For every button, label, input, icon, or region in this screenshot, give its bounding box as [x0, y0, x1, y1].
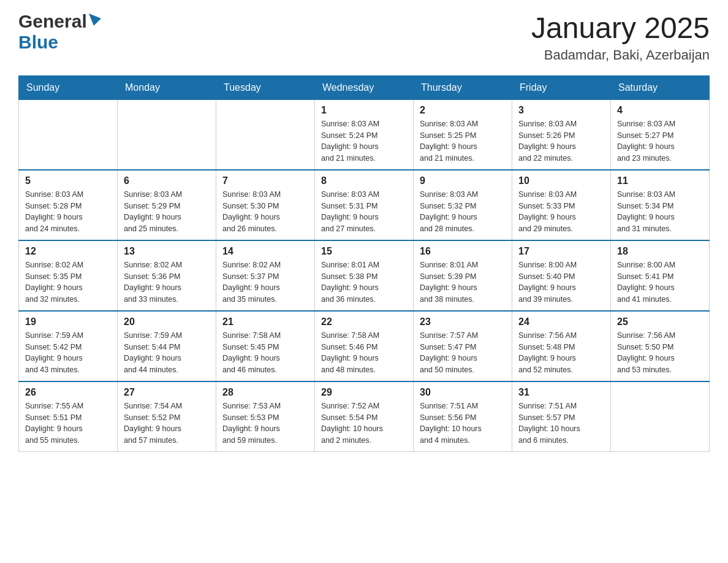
table-row: 1Sunrise: 8:03 AM Sunset: 5:24 PM Daylig…: [315, 99, 414, 170]
title-block: January 2025 Badamdar, Baki, Azerbaijan: [531, 12, 710, 63]
table-row: 22Sunrise: 7:58 AM Sunset: 5:46 PM Dayli…: [315, 311, 414, 381]
col-saturday: Saturday: [611, 75, 710, 99]
day-info: Sunrise: 8:03 AM Sunset: 5:24 PM Dayligh…: [321, 118, 407, 164]
day-info: Sunrise: 7:52 AM Sunset: 5:54 PM Dayligh…: [321, 400, 407, 446]
day-number: 6: [124, 175, 210, 186]
day-number: 14: [222, 246, 308, 257]
day-number: 5: [25, 175, 111, 186]
day-number: 1: [321, 105, 407, 116]
table-row: 2Sunrise: 8:03 AM Sunset: 5:25 PM Daylig…: [414, 99, 512, 170]
month-title: January 2025: [531, 12, 710, 45]
day-info: Sunrise: 8:03 AM Sunset: 5:33 PM Dayligh…: [518, 189, 604, 235]
day-number: 20: [124, 316, 210, 327]
col-tuesday: Tuesday: [216, 75, 315, 99]
day-info: Sunrise: 8:03 AM Sunset: 5:27 PM Dayligh…: [617, 118, 703, 164]
day-number: 29: [321, 387, 407, 398]
col-wednesday: Wednesday: [315, 75, 414, 99]
table-row: [19, 99, 118, 170]
table-row: 16Sunrise: 8:01 AM Sunset: 5:39 PM Dayli…: [414, 240, 512, 311]
table-row: 17Sunrise: 8:00 AM Sunset: 5:40 PM Dayli…: [512, 240, 611, 311]
logo: General Blue: [18, 12, 102, 53]
day-info: Sunrise: 7:56 AM Sunset: 5:50 PM Dayligh…: [617, 330, 703, 376]
col-sunday: Sunday: [19, 75, 118, 99]
day-info: Sunrise: 8:03 AM Sunset: 5:28 PM Dayligh…: [25, 189, 111, 235]
day-number: 13: [124, 246, 210, 257]
day-number: 24: [518, 316, 604, 327]
day-number: 21: [222, 316, 308, 327]
table-row: 21Sunrise: 7:58 AM Sunset: 5:45 PM Dayli…: [216, 311, 315, 381]
day-info: Sunrise: 8:00 AM Sunset: 5:41 PM Dayligh…: [617, 259, 703, 305]
table-row: 19Sunrise: 7:59 AM Sunset: 5:42 PM Dayli…: [19, 311, 118, 381]
day-info: Sunrise: 7:51 AM Sunset: 5:57 PM Dayligh…: [518, 400, 604, 446]
table-row: 18Sunrise: 8:00 AM Sunset: 5:41 PM Dayli…: [611, 240, 710, 311]
svg-marker-0: [89, 13, 101, 26]
day-info: Sunrise: 8:00 AM Sunset: 5:40 PM Dayligh…: [518, 259, 604, 305]
col-friday: Friday: [512, 75, 611, 99]
day-number: 22: [321, 316, 407, 327]
table-row: 3Sunrise: 8:03 AM Sunset: 5:26 PM Daylig…: [512, 99, 611, 170]
table-row: 25Sunrise: 7:56 AM Sunset: 5:50 PM Dayli…: [611, 311, 710, 381]
table-row: 28Sunrise: 7:53 AM Sunset: 5:53 PM Dayli…: [216, 381, 315, 452]
day-number: 3: [518, 105, 604, 116]
day-number: 26: [25, 387, 111, 398]
page-header: General Blue January 2025 Badamdar, Baki…: [18, 12, 710, 63]
day-number: 31: [518, 387, 604, 398]
day-number: 19: [25, 316, 111, 327]
logo-triangle-icon: [89, 13, 102, 27]
calendar-week-row: 19Sunrise: 7:59 AM Sunset: 5:42 PM Dayli…: [19, 311, 710, 381]
table-row: 20Sunrise: 7:59 AM Sunset: 5:44 PM Dayli…: [118, 311, 216, 381]
day-number: 30: [420, 387, 506, 398]
table-row: 7Sunrise: 8:03 AM Sunset: 5:30 PM Daylig…: [216, 170, 315, 240]
day-info: Sunrise: 8:01 AM Sunset: 5:38 PM Dayligh…: [321, 259, 407, 305]
calendar-week-row: 5Sunrise: 8:03 AM Sunset: 5:28 PM Daylig…: [19, 170, 710, 240]
day-number: 17: [518, 246, 604, 257]
day-number: 16: [420, 246, 506, 257]
table-row: 9Sunrise: 8:03 AM Sunset: 5:32 PM Daylig…: [414, 170, 512, 240]
day-number: 12: [25, 246, 111, 257]
table-row: 26Sunrise: 7:55 AM Sunset: 5:51 PM Dayli…: [19, 381, 118, 452]
day-number: 7: [222, 175, 308, 186]
day-info: Sunrise: 8:03 AM Sunset: 5:26 PM Dayligh…: [518, 118, 604, 164]
day-info: Sunrise: 7:55 AM Sunset: 5:51 PM Dayligh…: [25, 400, 111, 446]
table-row: 10Sunrise: 8:03 AM Sunset: 5:33 PM Dayli…: [512, 170, 611, 240]
day-number: 25: [617, 316, 703, 327]
location-title: Badamdar, Baki, Azerbaijan: [531, 47, 710, 63]
day-info: Sunrise: 7:59 AM Sunset: 5:44 PM Dayligh…: [124, 330, 210, 376]
day-number: 28: [222, 387, 308, 398]
logo-general-text: General: [18, 12, 87, 31]
table-row: 11Sunrise: 8:03 AM Sunset: 5:34 PM Dayli…: [611, 170, 710, 240]
day-number: 11: [617, 175, 703, 186]
table-row: 5Sunrise: 8:03 AM Sunset: 5:28 PM Daylig…: [19, 170, 118, 240]
day-number: 2: [420, 105, 506, 116]
day-info: Sunrise: 7:58 AM Sunset: 5:45 PM Dayligh…: [222, 330, 308, 376]
day-number: 10: [518, 175, 604, 186]
table-row: 31Sunrise: 7:51 AM Sunset: 5:57 PM Dayli…: [512, 381, 611, 452]
calendar-table: Sunday Monday Tuesday Wednesday Thursday…: [18, 75, 710, 452]
day-info: Sunrise: 7:53 AM Sunset: 5:53 PM Dayligh…: [222, 400, 308, 446]
table-row: 27Sunrise: 7:54 AM Sunset: 5:52 PM Dayli…: [118, 381, 216, 452]
table-row: 24Sunrise: 7:56 AM Sunset: 5:48 PM Dayli…: [512, 311, 611, 381]
day-info: Sunrise: 7:54 AM Sunset: 5:52 PM Dayligh…: [124, 400, 210, 446]
logo-blue-text: Blue: [18, 32, 58, 53]
day-info: Sunrise: 8:03 AM Sunset: 5:32 PM Dayligh…: [420, 189, 506, 235]
table-row: 14Sunrise: 8:02 AM Sunset: 5:37 PM Dayli…: [216, 240, 315, 311]
day-info: Sunrise: 7:59 AM Sunset: 5:42 PM Dayligh…: [25, 330, 111, 376]
calendar-header-row: Sunday Monday Tuesday Wednesday Thursday…: [19, 75, 710, 99]
day-info: Sunrise: 8:02 AM Sunset: 5:35 PM Dayligh…: [25, 259, 111, 305]
table-row: 29Sunrise: 7:52 AM Sunset: 5:54 PM Dayli…: [315, 381, 414, 452]
day-number: 9: [420, 175, 506, 186]
col-monday: Monday: [118, 75, 216, 99]
table-row: 6Sunrise: 8:03 AM Sunset: 5:29 PM Daylig…: [118, 170, 216, 240]
day-info: Sunrise: 8:03 AM Sunset: 5:25 PM Dayligh…: [420, 118, 506, 164]
day-info: Sunrise: 8:03 AM Sunset: 5:34 PM Dayligh…: [617, 189, 703, 235]
day-number: 23: [420, 316, 506, 327]
calendar-week-row: 1Sunrise: 8:03 AM Sunset: 5:24 PM Daylig…: [19, 99, 710, 170]
day-info: Sunrise: 8:02 AM Sunset: 5:37 PM Dayligh…: [222, 259, 308, 305]
day-info: Sunrise: 7:56 AM Sunset: 5:48 PM Dayligh…: [518, 330, 604, 376]
table-row: [611, 381, 710, 452]
col-thursday: Thursday: [414, 75, 512, 99]
day-number: 15: [321, 246, 407, 257]
table-row: 23Sunrise: 7:57 AM Sunset: 5:47 PM Dayli…: [414, 311, 512, 381]
table-row: [216, 99, 315, 170]
table-row: 15Sunrise: 8:01 AM Sunset: 5:38 PM Dayli…: [315, 240, 414, 311]
